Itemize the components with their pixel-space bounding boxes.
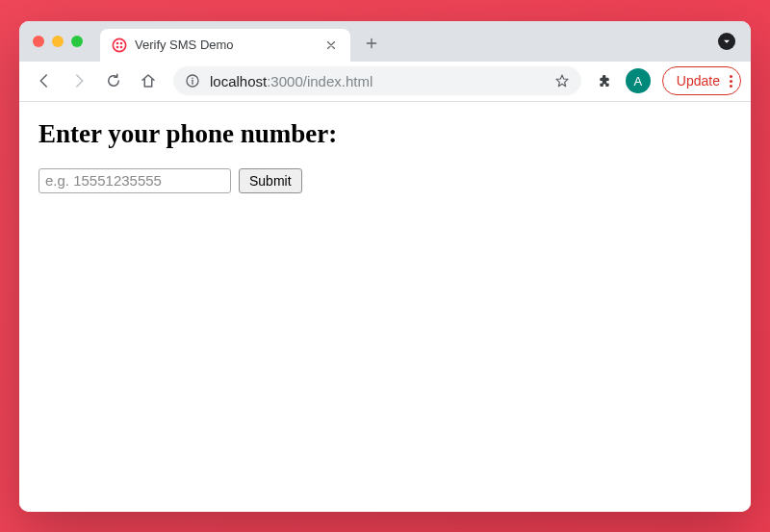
site-info-icon[interactable] bbox=[185, 73, 200, 89]
svg-point-4 bbox=[120, 45, 123, 48]
url-text: localhost:3000/index.html bbox=[210, 73, 545, 89]
svg-point-1 bbox=[116, 41, 119, 44]
svg-point-6 bbox=[192, 78, 193, 80]
new-tab-button[interactable] bbox=[358, 30, 385, 57]
submit-button[interactable]: Submit bbox=[239, 168, 302, 193]
page-content: Enter your phone number: Submit bbox=[19, 102, 751, 512]
reload-button[interactable] bbox=[98, 65, 129, 96]
browser-toolbar: localhost:3000/index.html A Update bbox=[19, 62, 751, 102]
tab-title: Verify SMS Demo bbox=[135, 38, 316, 52]
update-button[interactable]: Update bbox=[662, 66, 741, 95]
close-window-button[interactable] bbox=[33, 36, 44, 47]
url-host: localhost bbox=[210, 73, 267, 89]
browser-window: Verify SMS Demo l bbox=[19, 21, 751, 512]
browser-tab[interactable]: Verify SMS Demo bbox=[100, 29, 350, 62]
minimize-window-button[interactable] bbox=[52, 36, 64, 47]
svg-point-0 bbox=[113, 38, 125, 51]
phone-input[interactable] bbox=[38, 168, 231, 193]
home-button[interactable] bbox=[133, 65, 164, 96]
window-controls bbox=[33, 36, 83, 47]
tab-search-button[interactable] bbox=[718, 33, 735, 50]
twilio-favicon-icon bbox=[112, 38, 127, 53]
profile-avatar[interactable]: A bbox=[626, 68, 651, 93]
avatar-letter: A bbox=[634, 74, 643, 89]
bookmark-star-icon[interactable] bbox=[554, 73, 570, 89]
extensions-icon[interactable] bbox=[591, 67, 618, 94]
back-button[interactable] bbox=[29, 65, 60, 96]
page-heading: Enter your phone number: bbox=[38, 119, 732, 149]
maximize-window-button[interactable] bbox=[71, 36, 83, 47]
tab-bar: Verify SMS Demo bbox=[19, 21, 751, 62]
url-path: :3000/index.html bbox=[267, 73, 372, 89]
overflow-menu-icon[interactable] bbox=[730, 75, 732, 88]
close-tab-button[interactable] bbox=[323, 38, 339, 53]
address-bar[interactable]: localhost:3000/index.html bbox=[173, 66, 581, 95]
svg-point-2 bbox=[120, 41, 123, 44]
svg-point-3 bbox=[116, 45, 119, 48]
phone-form: Submit bbox=[38, 168, 732, 193]
forward-button[interactable] bbox=[64, 65, 94, 96]
update-label: Update bbox=[677, 73, 720, 89]
